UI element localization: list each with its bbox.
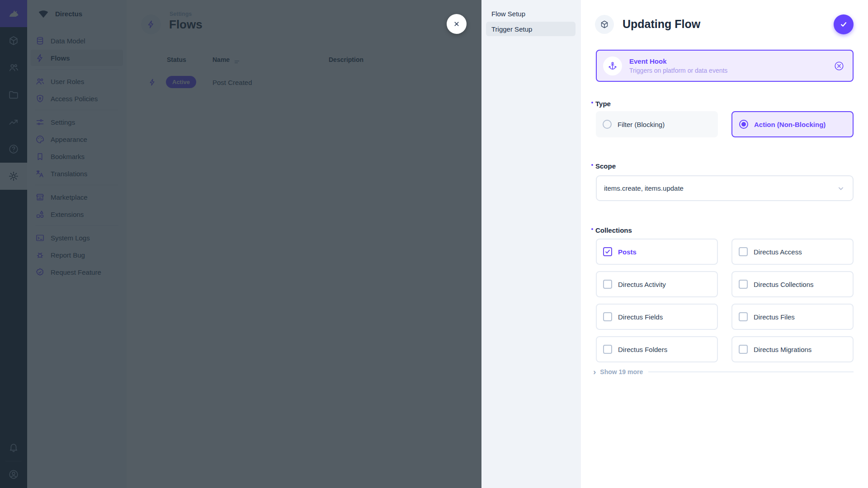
collection-option-directus-fields[interactable]: Directus Fields — [596, 304, 718, 330]
collection-option-directus-activity[interactable]: Directus Activity — [596, 271, 718, 297]
check-icon — [839, 19, 849, 29]
required-dot — [591, 228, 593, 230]
type-option-action[interactable]: Action (Non-Blocking) — [731, 111, 854, 137]
trigger-banner-title: Event Hook — [629, 57, 727, 65]
drawer-nav-flow-setup[interactable]: Flow Setup — [486, 6, 576, 21]
checkbox-icon — [603, 345, 612, 354]
drawer-overlay[interactable] — [0, 0, 481, 488]
chevron-right-icon: › — [593, 369, 596, 375]
radio-off-icon — [603, 120, 612, 129]
save-button[interactable] — [834, 14, 854, 34]
collection-option-directus-access[interactable]: Directus Access — [731, 239, 854, 265]
close-icon — [452, 19, 462, 29]
scope-select[interactable]: items.create, items.update — [596, 175, 854, 201]
show-more-button[interactable]: › Show 19 more — [593, 368, 854, 375]
box-icon — [600, 20, 609, 29]
checkbox-icon — [739, 247, 748, 256]
drawer-close-button[interactable] — [447, 14, 467, 34]
type-field-label: Type — [591, 100, 611, 108]
collection-option-directus-folders[interactable]: Directus Folders — [596, 336, 718, 362]
show-more-divider — [648, 371, 854, 372]
anchor-icon — [603, 56, 622, 75]
chevron-down-icon — [836, 184, 845, 193]
deselect-icon[interactable] — [834, 61, 844, 71]
checkbox-icon — [739, 312, 748, 321]
checkbox-icon — [739, 345, 748, 354]
checkbox-icon — [603, 312, 612, 321]
checkbox-icon — [739, 280, 748, 289]
checkbox-checked-icon — [603, 247, 612, 256]
drawer-nav: Flow Setup Trigger Setup — [481, 0, 581, 488]
checkbox-icon — [603, 280, 612, 289]
drawer-nav-trigger-setup[interactable]: Trigger Setup — [486, 22, 576, 36]
collection-option-directus-files[interactable]: Directus Files — [731, 304, 854, 330]
scope-field-label: Scope — [591, 162, 616, 170]
trigger-type-banner[interactable]: Event Hook Triggers on platform or data … — [596, 50, 854, 82]
show-more-label: Show 19 more — [600, 368, 643, 375]
collection-option-directus-migrations[interactable]: Directus Migrations — [731, 336, 854, 362]
drawer-main: Updating Flow Event Hook Triggers on pla… — [581, 0, 868, 488]
collection-option-directus-collections[interactable]: Directus Collections — [731, 271, 854, 297]
scope-value: items.create, items.update — [604, 184, 684, 192]
radio-on-icon — [739, 120, 748, 129]
drawer-icon-circle — [595, 15, 614, 34]
required-dot — [591, 102, 593, 103]
trigger-banner-subtitle: Triggers on platform or data events — [629, 67, 727, 74]
collections-field-label: Collections — [591, 226, 632, 234]
required-dot — [591, 164, 593, 166]
type-option-filter[interactable]: Filter (Blocking) — [596, 111, 718, 137]
directus-app: Directus Data Model Flows User Roles Acc… — [0, 0, 868, 488]
drawer-title: Updating Flow — [623, 18, 700, 31]
collection-option-posts[interactable]: Posts — [596, 239, 718, 265]
